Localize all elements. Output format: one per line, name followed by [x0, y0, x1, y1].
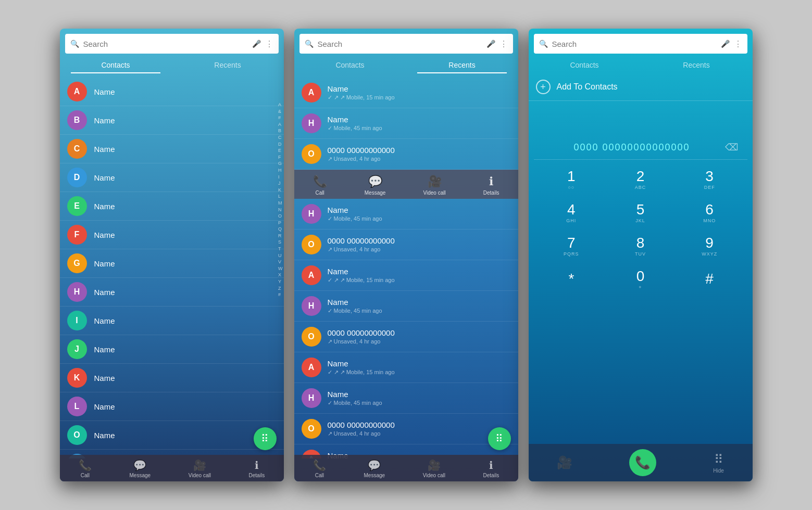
dial-fab-1[interactable]: ⠿ [254, 427, 277, 450]
contact-item[interactable]: C Name [60, 135, 284, 163]
search-input-1[interactable] [83, 40, 252, 48]
dialpad-bottom: 🎥 📞 ⠿ Hide [529, 444, 753, 481]
action-video[interactable]: 🎥 Video call [423, 175, 445, 196]
dial-fab-2[interactable]: ⠿ [488, 427, 511, 450]
contact-item[interactable]: D Name [60, 163, 284, 192]
key-6[interactable]: 6 MNO [677, 198, 742, 227]
avatar: H [302, 113, 321, 133]
recent-item[interactable]: A Name ✓ ↗ ↗ Mobile, 15 min ago [294, 78, 518, 108]
bottom-nav-1: 📞 Call 💬 Message 🎥 Video call ℹ Details [60, 455, 284, 481]
tab-contacts-3[interactable]: Contacts [529, 57, 641, 73]
add-contacts-label: Add To Contacts [557, 82, 618, 92]
recent-item[interactable]: H Name ✓ Mobile, 45 min ago [294, 199, 518, 230]
action-details[interactable]: ℹ Details [483, 175, 499, 196]
recent-item[interactable]: A Name ✓ ↗ ↗ Mobile, 15 min ago [294, 260, 518, 291]
contact-item[interactable]: B Name [60, 106, 284, 135]
key-*[interactable]: * [539, 265, 604, 294]
nav-video-2[interactable]: 🎥 Video call [423, 459, 445, 478]
key-9[interactable]: 9 WXYZ [677, 232, 742, 261]
tab-contacts-1[interactable]: Contacts [60, 57, 172, 73]
key-3[interactable]: 3 DEF [677, 165, 742, 194]
call-button[interactable]: 📞 [629, 449, 656, 476]
search-bar-1[interactable]: 🔍 🎤 ⋮ [65, 34, 279, 54]
tab-recents-1[interactable]: Recents [172, 57, 284, 73]
contact-item[interactable]: G Name [60, 249, 284, 278]
recent-item[interactable]: H Name ✓ Mobile, 45 min ago [294, 108, 518, 139]
recent-detail: ✓ ↗ ↗ Mobile, 15 min ago [328, 277, 395, 284]
contact-item[interactable]: E Name [60, 192, 284, 221]
nav-call-1[interactable]: 📞 Call [79, 459, 92, 478]
contact-name: Name [94, 288, 115, 297]
nav-message-label-1: Message [129, 473, 151, 478]
details-action-icon: ℹ [489, 175, 493, 188]
recents-panel: 🔍 🎤 ⋮ Contacts Recents A Name ✓ ↗ ↗ Mobi… [294, 29, 518, 481]
details-action-label: Details [483, 190, 499, 196]
search-bar-2[interactable]: 🔍 🎤 ⋮ [299, 34, 513, 54]
nav-message-1[interactable]: 💬 Message [129, 459, 151, 478]
action-call[interactable]: 📞 Call [313, 175, 327, 196]
key-digit: 3 [705, 169, 714, 184]
search-input-3[interactable] [552, 40, 721, 48]
contact-item[interactable]: J Name [60, 335, 284, 364]
hide-dialpad-btn[interactable]: ⠿ [713, 452, 724, 467]
key-8[interactable]: 8 TUV [608, 232, 673, 261]
key-digit: 5 [636, 202, 645, 217]
key-5[interactable]: 5 JKL [608, 198, 673, 227]
more-icon-2[interactable]: ⋮ [499, 39, 508, 49]
mic-icon-2[interactable]: 🎤 [486, 40, 495, 48]
nav-video-1[interactable]: 🎥 Video call [189, 459, 211, 478]
recent-item[interactable]: O 0000 00000000000 ↗ Unsaved, 4 hr ago [294, 139, 518, 170]
nav-call-2[interactable]: 📞 Call [313, 459, 326, 478]
call-icon-1: 📞 [79, 459, 92, 471]
key-7[interactable]: 7 PQRS [539, 232, 604, 261]
tab-contacts-2[interactable]: Contacts [294, 57, 406, 73]
nav-message-2[interactable]: 💬 Message [364, 459, 385, 478]
recent-detail: ✓ Mobile, 45 min ago [328, 125, 382, 132]
contact-item[interactable]: H Name [60, 278, 284, 307]
recent-item[interactable]: H Name ✓ Mobile, 45 min ago [294, 291, 518, 322]
more-icon-1[interactable]: ⋮ [265, 39, 273, 49]
contact-item[interactable]: A Name [60, 78, 284, 106]
avatar: O [302, 144, 321, 164]
recent-item[interactable]: H Name ✓ Mobile, 45 min ago [294, 383, 518, 414]
recent-item[interactable]: A Name ✓ ↗ ↗ Mobile, 15 min ago [294, 352, 518, 383]
add-contacts-row[interactable]: + Add To Contacts [529, 73, 753, 101]
recent-item[interactable]: O 0000 00000000000 ↗ Unsaved, 4 hr ago [294, 414, 518, 444]
search-input-2[interactable] [318, 40, 486, 48]
more-icon-3[interactable]: ⋮ [734, 39, 742, 49]
alpha-index: A&#ABCDEFGHIJKLMNOPQRSTUVWXYZ# [278, 101, 283, 298]
key-digit: 7 [567, 236, 576, 250]
mic-icon-1[interactable]: 🎤 [252, 40, 261, 48]
key-1[interactable]: 1 ○○ [539, 165, 604, 194]
video-call-btn[interactable]: 🎥 [557, 455, 572, 470]
message-icon-1: 💬 [133, 459, 146, 471]
key-#[interactable]: # [677, 265, 742, 294]
tabs-3: Contacts Recents [529, 57, 753, 73]
backspace-button[interactable]: ⌫ [723, 139, 740, 155]
recent-item[interactable]: O 0000 00000000000 ↗ Unsaved, 4 hr ago [294, 322, 518, 352]
contact-name: Name [94, 145, 115, 154]
key-digit: 0 [636, 269, 645, 284]
recent-name: Name [328, 267, 395, 276]
recent-name: Name [328, 390, 382, 399]
search-bar-3[interactable]: 🔍 🎤 ⋮ [534, 34, 747, 54]
nav-details-1[interactable]: ℹ Details [249, 459, 265, 478]
key-0[interactable]: 0 + [608, 265, 673, 294]
tab-recents-3[interactable]: Recents [641, 57, 753, 73]
key-2[interactable]: 2 ABC [608, 165, 673, 194]
recent-item[interactable]: O 0000 00000000000 ↗ Unsaved, 4 hr ago [294, 230, 518, 260]
contact-item[interactable]: F Name [60, 221, 284, 249]
contact-item[interactable]: I Name [60, 307, 284, 335]
contact-item[interactable]: L Name [60, 392, 284, 421]
mic-icon-3[interactable]: 🎤 [721, 40, 730, 48]
contact-name: Name [94, 345, 115, 354]
contact-item[interactable]: O Name [60, 421, 284, 450]
action-message[interactable]: 💬 Message [365, 175, 386, 196]
tab-recents-2[interactable]: Recents [406, 57, 518, 73]
recent-name: Name [328, 359, 395, 368]
contact-item[interactable]: K Name [60, 364, 284, 392]
key-digit: 2 [636, 169, 645, 184]
nav-details-2[interactable]: ℹ Details [483, 459, 499, 478]
key-4[interactable]: 4 GHI [539, 198, 604, 227]
recent-name: Name [328, 115, 382, 124]
